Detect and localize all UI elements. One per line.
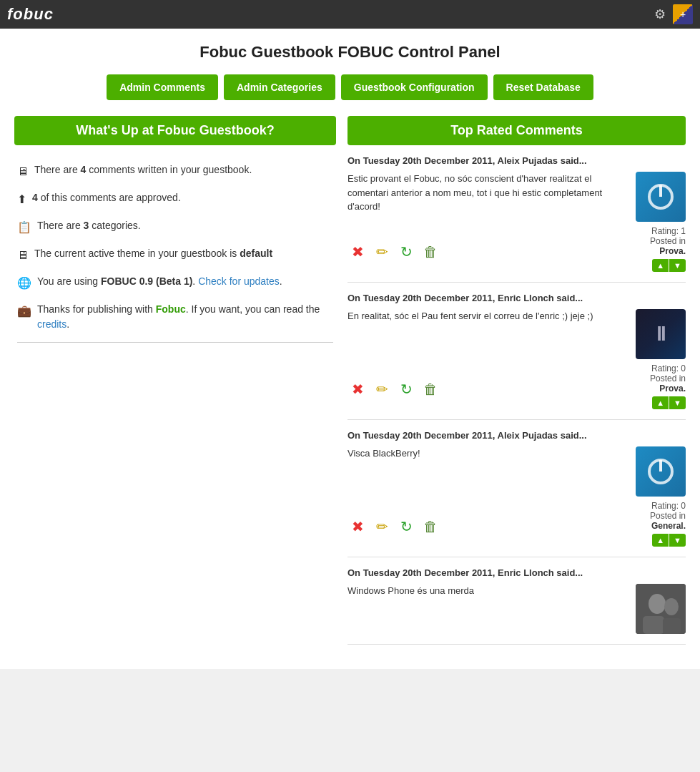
category-1: Prova. [650, 246, 686, 256]
comment-meta-2: Rating: 0 Posted in Prova. ▲ ▼ [650, 363, 686, 409]
comment-meta-3: Rating: 0 Posted in General. ▲ ▼ [650, 501, 686, 547]
refresh-icon-1[interactable]: ↻ [396, 242, 416, 262]
comment-meta-1: Rating: 1 Posted in Prova. ▲ ▼ [650, 226, 686, 272]
left-column: What's Up at Fobuc Guestbook? 🖥 There ar… [14, 116, 336, 363]
refresh-icon-2[interactable]: ↻ [396, 379, 416, 399]
comment-actions-1: ✖ ✏ ↻ 🗑 [347, 242, 440, 262]
admin-comments-button[interactable]: Admin Comments [107, 74, 218, 100]
comment-footer-3: ✖ ✏ ↻ 🗑 Rating: 0 Posted in General. ▲ ▼ [347, 501, 686, 547]
rate-up-3[interactable]: ▲ [652, 534, 669, 547]
trash-icon-1[interactable]: 🗑 [420, 242, 440, 262]
info-version: 🌐 You are using FOBUC 0.9 (Beta 1). Chec… [17, 274, 333, 292]
comment-footer-1: ✖ ✏ ↻ 🗑 Rating: 1 Posted in Prova. ▲ ▼ [347, 226, 686, 272]
delete-icon-2[interactable]: ✖ [347, 379, 368, 399]
comment-header-1: On Tuesday 20th December 2011, Aleix Puj… [347, 155, 686, 166]
edit-icon-1[interactable]: ✏ [372, 242, 392, 262]
approved-icon: ⬆ [17, 191, 26, 208]
comment-header-3: On Tuesday 20th December 2011, Aleix Puj… [347, 430, 686, 441]
two-col-layout: What's Up at Fobuc Guestbook? 🖥 There ar… [14, 116, 686, 655]
posted-in-2: Posted in [650, 373, 686, 383]
puzzle-icon[interactable]: + [673, 4, 693, 24]
rate-down-1[interactable]: ▼ [669, 259, 686, 272]
comment-text-1: Estic provant el Fobuc, no sóc conscient… [347, 172, 627, 214]
avatar-power-icon-3 [636, 446, 686, 497]
admin-categories-button[interactable]: Admin Categories [224, 74, 335, 100]
rate-up-2[interactable]: ▲ [652, 396, 669, 409]
svg-point-5 [649, 594, 666, 614]
comment-avatar-4 [636, 584, 686, 634]
trash-icon-3[interactable]: 🗑 [420, 517, 440, 537]
comment-text-4: Windows Phone és una merda [347, 584, 627, 598]
comment-header-2: On Tuesday 20th December 2011, Enric Llo… [347, 293, 686, 303]
main-container: Fobuc Guestbook FOBUC Control Panel Admi… [0, 29, 700, 669]
comment-actions-3: ✖ ✏ ↻ 🗑 [347, 517, 440, 537]
info-approved-count: ⬆ 4 of this comments are approved. [17, 190, 333, 208]
comment-body-1: Estic provant el Fobuc, no sóc conscient… [347, 172, 686, 222]
page-title: Fobuc Guestbook FOBUC Control Panel [14, 43, 686, 62]
monitor-icon: 🖥 [17, 163, 29, 180]
logo: fobuc [7, 5, 54, 24]
credits-link[interactable]: credits [37, 318, 66, 330]
rating-3: Rating: 0 [650, 501, 686, 511]
comment-text-2: En realitat, sóc el Pau fent servir el c… [347, 309, 627, 323]
comment-body-4: Windows Phone és una merda [347, 584, 686, 634]
rate-up-1[interactable]: ▲ [652, 259, 669, 272]
svg-point-6 [664, 598, 679, 615]
comment-header-4: On Tuesday 20th December 2011, Enric Llo… [347, 567, 686, 578]
rate-down-3[interactable]: ▼ [669, 534, 686, 547]
comment-card-1: On Tuesday 20th December 2011, Aleix Puj… [347, 155, 686, 283]
comment-text-3: Visca BlackBerry! [347, 446, 627, 461]
check-updates-link[interactable]: Check for updates [198, 275, 280, 287]
info-theme: 🖥 The current active theme in your guest… [17, 246, 333, 264]
category-3: General. [650, 521, 686, 531]
rating-buttons-2: ▲ ▼ [650, 396, 686, 409]
avatar-photo-4 [636, 584, 686, 634]
rate-down-2[interactable]: ▼ [669, 396, 686, 409]
avatar-ll-icon-2: ll [636, 309, 686, 359]
monitor2-icon: 🖥 [17, 247, 29, 264]
rating-2: Rating: 0 [650, 363, 686, 373]
gear-icon[interactable]: ⚙ [650, 4, 670, 24]
comment-card-4: On Tuesday 20th December 2011, Enric Llo… [347, 567, 686, 645]
whats-up-content: 🖥 There are 4 comments written in your g… [14, 155, 336, 363]
list-icon: 📋 [17, 219, 31, 236]
category-2: Prova. [650, 383, 686, 394]
info-credits: 💼 Thanks for publishing with Fobuc. If y… [17, 302, 333, 332]
svg-rect-7 [643, 616, 664, 634]
logo-text: fobuc [7, 5, 54, 23]
briefcase-icon: 💼 [17, 303, 31, 320]
delete-icon-3[interactable]: ✖ [347, 517, 368, 537]
comment-body-2: En realitat, sóc el Pau fent servir el c… [347, 309, 686, 359]
comment-card-3: On Tuesday 20th December 2011, Aleix Puj… [347, 430, 686, 557]
svg-rect-8 [663, 618, 681, 634]
nav-buttons: Admin Comments Admin Categories Guestboo… [14, 74, 686, 100]
avatar-power-icon-1 [636, 172, 686, 222]
fobuc-link[interactable]: Fobuc [156, 303, 186, 315]
comment-footer-2: ✖ ✏ ↻ 🗑 Rating: 0 Posted in Prova. ▲ ▼ [347, 363, 686, 409]
trash-icon-2[interactable]: 🗑 [420, 379, 440, 399]
header-icons: ⚙ + [650, 4, 693, 24]
delete-icon-1[interactable]: ✖ [347, 242, 368, 262]
header-bar: fobuc ⚙ + [0, 0, 700, 29]
comment-card-2: On Tuesday 20th December 2011, Enric Llo… [347, 293, 686, 420]
comment-avatar-1 [636, 172, 686, 222]
comment-body-3: Visca BlackBerry! [347, 446, 686, 497]
rating-buttons-1: ▲ ▼ [650, 259, 686, 272]
divider [17, 342, 333, 343]
info-comments-count: 🖥 There are 4 comments written in your g… [17, 162, 333, 180]
rating-1: Rating: 1 [650, 226, 686, 236]
edit-icon-2[interactable]: ✏ [372, 379, 392, 399]
rating-buttons-3: ▲ ▼ [650, 534, 686, 547]
comment-actions-2: ✖ ✏ ↻ 🗑 [347, 379, 440, 399]
whats-up-header: What's Up at Fobuc Guestbook? [14, 116, 336, 145]
right-column: Top Rated Comments On Tuesday 20th Decem… [347, 116, 686, 655]
comment-avatar-2: ll [636, 309, 686, 359]
comment-avatar-3 [636, 446, 686, 497]
globe-icon: 🌐 [17, 275, 31, 292]
info-categories-count: 📋 There are 3 categories. [17, 218, 333, 236]
top-rated-header: Top Rated Comments [347, 116, 686, 145]
reset-database-button[interactable]: Reset Database [493, 74, 593, 100]
guestbook-config-button[interactable]: Guestbook Configuration [341, 74, 488, 100]
refresh-icon-3[interactable]: ↻ [396, 517, 416, 537]
edit-icon-3[interactable]: ✏ [372, 517, 392, 537]
